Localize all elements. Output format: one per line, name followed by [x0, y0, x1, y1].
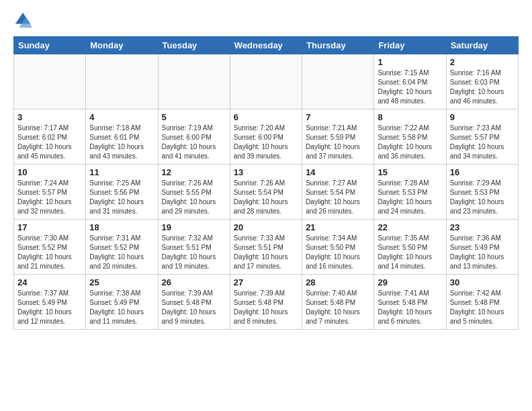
day-number: 15	[378, 167, 442, 177]
day-info: Sunrise: 7:38 AM Sunset: 5:49 PM Dayligh…	[89, 289, 154, 326]
day-info: Sunrise: 7:26 AM Sunset: 5:54 PM Dayligh…	[234, 179, 298, 216]
day-number: 19	[162, 222, 226, 232]
column-header-monday: Monday	[86, 37, 158, 54]
calendar-cell: 16Sunrise: 7:29 AM Sunset: 5:53 PM Dayli…	[446, 165, 518, 220]
day-number: 5	[162, 112, 226, 122]
day-number: 23	[450, 222, 515, 232]
calendar-cell: 8Sunrise: 7:22 AM Sunset: 5:58 PM Daylig…	[374, 109, 446, 165]
calendar-cell: 9Sunrise: 7:23 AM Sunset: 5:57 PM Daylig…	[446, 109, 518, 165]
calendar-cell	[158, 54, 230, 109]
calendar-week-2: 3Sunrise: 7:17 AM Sunset: 6:02 PM Daylig…	[14, 109, 519, 165]
day-info: Sunrise: 7:23 AM Sunset: 5:57 PM Dayligh…	[450, 124, 515, 161]
day-info: Sunrise: 7:32 AM Sunset: 5:51 PM Dayligh…	[162, 234, 226, 271]
day-number: 21	[306, 222, 370, 232]
day-number: 9	[450, 112, 515, 122]
day-info: Sunrise: 7:18 AM Sunset: 6:01 PM Dayligh…	[89, 124, 154, 161]
day-number: 12	[162, 167, 226, 177]
day-number: 28	[306, 277, 370, 287]
day-number: 24	[17, 277, 82, 287]
calendar-cell: 12Sunrise: 7:26 AM Sunset: 5:55 PM Dayli…	[158, 165, 230, 220]
day-number: 27	[234, 277, 298, 287]
column-header-tuesday: Tuesday	[158, 37, 230, 54]
day-info: Sunrise: 7:17 AM Sunset: 6:02 PM Dayligh…	[17, 124, 82, 161]
day-number: 13	[234, 167, 298, 177]
day-number: 30	[450, 277, 515, 287]
day-number: 16	[450, 167, 515, 177]
header	[13, 11, 519, 30]
calendar-cell: 14Sunrise: 7:27 AM Sunset: 5:54 PM Dayli…	[302, 165, 374, 220]
calendar-cell: 1Sunrise: 7:15 AM Sunset: 6:04 PM Daylig…	[374, 54, 446, 109]
day-number: 14	[306, 167, 370, 177]
calendar-cell: 24Sunrise: 7:37 AM Sunset: 5:49 PM Dayli…	[14, 275, 86, 330]
day-info: Sunrise: 7:27 AM Sunset: 5:54 PM Dayligh…	[306, 179, 370, 216]
day-number: 8	[378, 112, 442, 122]
day-info: Sunrise: 7:22 AM Sunset: 5:58 PM Dayligh…	[378, 124, 442, 161]
calendar-cell: 26Sunrise: 7:39 AM Sunset: 5:48 PM Dayli…	[158, 275, 230, 330]
calendar-week-1: 1Sunrise: 7:15 AM Sunset: 6:04 PM Daylig…	[14, 54, 519, 109]
day-info: Sunrise: 7:30 AM Sunset: 5:52 PM Dayligh…	[17, 234, 82, 271]
calendar-header-row: SundayMondayTuesdayWednesdayThursdayFrid…	[14, 37, 519, 54]
calendar-cell: 29Sunrise: 7:41 AM Sunset: 5:48 PM Dayli…	[374, 275, 446, 330]
day-info: Sunrise: 7:16 AM Sunset: 6:03 PM Dayligh…	[450, 68, 515, 106]
calendar-cell: 5Sunrise: 7:19 AM Sunset: 6:00 PM Daylig…	[158, 109, 230, 165]
logo	[13, 11, 35, 30]
day-number: 18	[89, 222, 154, 232]
day-number: 3	[17, 112, 82, 122]
day-number: 25	[89, 277, 154, 287]
day-number: 6	[234, 112, 298, 122]
column-header-thursday: Thursday	[302, 37, 374, 54]
calendar-cell: 23Sunrise: 7:36 AM Sunset: 5:49 PM Dayli…	[446, 220, 518, 275]
day-info: Sunrise: 7:21 AM Sunset: 5:59 PM Dayligh…	[306, 124, 370, 161]
calendar-cell: 28Sunrise: 7:40 AM Sunset: 5:48 PM Dayli…	[302, 275, 374, 330]
day-info: Sunrise: 7:41 AM Sunset: 5:48 PM Dayligh…	[378, 289, 442, 326]
page: SundayMondayTuesdayWednesdayThursdayFrid…	[0, 0, 532, 340]
calendar-cell: 20Sunrise: 7:33 AM Sunset: 5:51 PM Dayli…	[230, 220, 302, 275]
calendar-cell: 22Sunrise: 7:35 AM Sunset: 5:50 PM Dayli…	[374, 220, 446, 275]
day-number: 17	[17, 222, 82, 232]
logo-icon	[13, 11, 32, 30]
calendar-week-4: 17Sunrise: 7:30 AM Sunset: 5:52 PM Dayli…	[14, 220, 519, 275]
calendar-cell: 4Sunrise: 7:18 AM Sunset: 6:01 PM Daylig…	[86, 109, 158, 165]
calendar-cell: 15Sunrise: 7:28 AM Sunset: 5:53 PM Dayli…	[374, 165, 446, 220]
day-number: 20	[234, 222, 298, 232]
calendar-cell: 2Sunrise: 7:16 AM Sunset: 6:03 PM Daylig…	[446, 54, 518, 109]
day-number: 7	[306, 112, 370, 122]
day-info: Sunrise: 7:37 AM Sunset: 5:49 PM Dayligh…	[17, 289, 82, 326]
calendar-cell: 27Sunrise: 7:39 AM Sunset: 5:48 PM Dayli…	[230, 275, 302, 330]
day-info: Sunrise: 7:39 AM Sunset: 5:48 PM Dayligh…	[234, 289, 298, 326]
calendar-cell	[230, 54, 302, 109]
day-info: Sunrise: 7:36 AM Sunset: 5:49 PM Dayligh…	[450, 234, 515, 271]
day-info: Sunrise: 7:24 AM Sunset: 5:57 PM Dayligh…	[17, 179, 82, 216]
calendar-week-5: 24Sunrise: 7:37 AM Sunset: 5:49 PM Dayli…	[14, 275, 519, 330]
calendar-cell: 3Sunrise: 7:17 AM Sunset: 6:02 PM Daylig…	[14, 109, 86, 165]
day-info: Sunrise: 7:20 AM Sunset: 6:00 PM Dayligh…	[234, 124, 298, 161]
calendar-table: SundayMondayTuesdayWednesdayThursdayFrid…	[13, 36, 519, 330]
day-info: Sunrise: 7:34 AM Sunset: 5:50 PM Dayligh…	[306, 234, 370, 271]
calendar-cell: 21Sunrise: 7:34 AM Sunset: 5:50 PM Dayli…	[302, 220, 374, 275]
day-number: 29	[378, 277, 442, 287]
day-info: Sunrise: 7:26 AM Sunset: 5:55 PM Dayligh…	[162, 179, 226, 216]
calendar-cell: 11Sunrise: 7:25 AM Sunset: 5:56 PM Dayli…	[86, 165, 158, 220]
calendar-cell: 19Sunrise: 7:32 AM Sunset: 5:51 PM Dayli…	[158, 220, 230, 275]
calendar-cell: 13Sunrise: 7:26 AM Sunset: 5:54 PM Dayli…	[230, 165, 302, 220]
calendar-cell: 10Sunrise: 7:24 AM Sunset: 5:57 PM Dayli…	[14, 165, 86, 220]
day-number: 10	[17, 167, 82, 177]
day-info: Sunrise: 7:40 AM Sunset: 5:48 PM Dayligh…	[306, 289, 370, 326]
day-number: 4	[89, 112, 154, 122]
day-info: Sunrise: 7:19 AM Sunset: 6:00 PM Dayligh…	[162, 124, 226, 161]
calendar-cell: 7Sunrise: 7:21 AM Sunset: 5:59 PM Daylig…	[302, 109, 374, 165]
day-info: Sunrise: 7:39 AM Sunset: 5:48 PM Dayligh…	[162, 289, 226, 326]
calendar-cell: 6Sunrise: 7:20 AM Sunset: 6:00 PM Daylig…	[230, 109, 302, 165]
day-info: Sunrise: 7:29 AM Sunset: 5:53 PM Dayligh…	[450, 179, 515, 216]
calendar-cell	[302, 54, 374, 109]
calendar-cell	[86, 54, 158, 109]
day-info: Sunrise: 7:31 AM Sunset: 5:52 PM Dayligh…	[89, 234, 154, 271]
calendar-week-3: 10Sunrise: 7:24 AM Sunset: 5:57 PM Dayli…	[14, 165, 519, 220]
calendar-cell: 18Sunrise: 7:31 AM Sunset: 5:52 PM Dayli…	[86, 220, 158, 275]
column-header-saturday: Saturday	[446, 37, 518, 54]
column-header-wednesday: Wednesday	[230, 37, 302, 54]
calendar-cell: 30Sunrise: 7:42 AM Sunset: 5:48 PM Dayli…	[446, 275, 518, 330]
calendar-cell	[14, 54, 86, 109]
column-header-sunday: Sunday	[14, 37, 86, 54]
calendar-cell: 17Sunrise: 7:30 AM Sunset: 5:52 PM Dayli…	[14, 220, 86, 275]
